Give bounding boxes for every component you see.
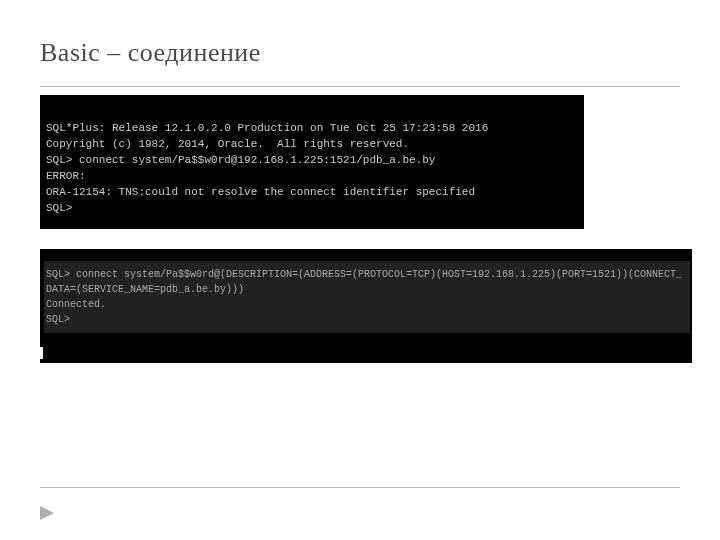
terminal-line: SQL*Plus: Release 12.1.0.2.0 Production … xyxy=(46,121,578,137)
terminal-line: ERROR: xyxy=(46,169,578,185)
terminal-line: Connected. xyxy=(46,297,688,312)
terminal-line: Copyright (c) 1982, 2014, Oracle. All ri… xyxy=(46,137,578,153)
terminal-line: ORA-12154: TNS:could not resolve the con… xyxy=(46,185,578,201)
slide-content: Basic – соединение SQL*Plus: Release 12.… xyxy=(0,0,720,540)
bottom-divider xyxy=(40,487,680,488)
terminal-line: SQL> xyxy=(46,201,578,217)
terminal-output-2: SQL> connect system/Pa$$w0rd@(DESCRIPTIO… xyxy=(44,261,690,333)
title-divider xyxy=(40,86,680,87)
cursor-icon xyxy=(40,347,43,359)
play-icon xyxy=(40,506,54,520)
terminal-line: SQL> connect system/Pa$$w0rd@192.168.1.2… xyxy=(46,153,578,169)
terminal-output-1: SQL*Plus: Release 12.1.0.2.0 Production … xyxy=(40,95,584,229)
terminal-line: SQL> connect system/Pa$$w0rd@(DESCRIPTIO… xyxy=(46,267,688,297)
terminal-output-2-wrapper: SQL> connect system/Pa$$w0rd@(DESCRIPTIO… xyxy=(40,249,692,363)
slide-title: Basic – соединение xyxy=(40,38,680,68)
terminal-line: SQL> xyxy=(46,312,688,327)
